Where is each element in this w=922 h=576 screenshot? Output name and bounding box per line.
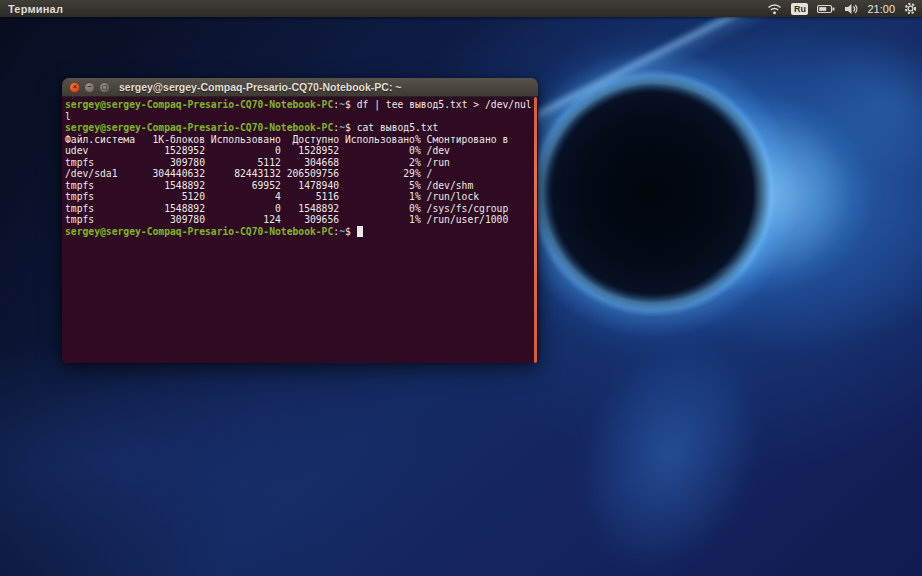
window-title: sergey@sergey-Compaq-Presario-CQ70-Noteb… xyxy=(119,81,401,93)
battery-icon[interactable] xyxy=(817,4,835,14)
terminal-screen[interactable]: sergey@sergey-Compaq-Presario-CQ70-Noteb… xyxy=(62,97,538,363)
maximize-button[interactable]: ▢ xyxy=(99,82,110,93)
terminal-output: sergey@sergey-Compaq-Presario-CQ70-Noteb… xyxy=(65,99,538,237)
volume-icon[interactable] xyxy=(844,3,858,15)
minimize-button[interactable]: − xyxy=(84,82,95,93)
terminal-window: × − ▢ sergey@sergey-Compaq-Presario-CQ70… xyxy=(62,78,538,361)
close-button[interactable]: × xyxy=(69,82,80,93)
system-tray: Ru 21:00 xyxy=(767,0,917,17)
keyboard-layout-indicator[interactable]: Ru xyxy=(791,3,808,15)
window-controls: × − ▢ xyxy=(69,82,110,93)
clock[interactable]: 21:00 xyxy=(867,3,895,15)
scrollbar[interactable] xyxy=(534,97,537,363)
terminal-titlebar[interactable]: × − ▢ sergey@sergey-Compaq-Presario-CQ70… xyxy=(62,78,538,97)
wifi-icon[interactable] xyxy=(767,3,782,15)
active-app-name: Терминал xyxy=(8,3,63,15)
top-panel: Терминал Ru 21:00 xyxy=(0,0,922,17)
gear-icon[interactable] xyxy=(904,2,917,15)
